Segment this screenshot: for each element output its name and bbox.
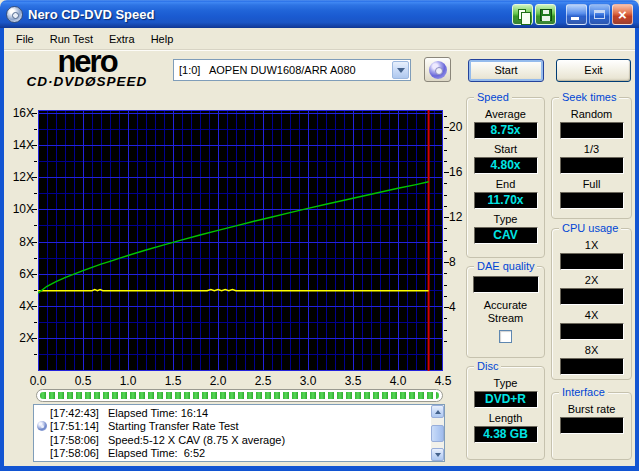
window-border-left	[0, 28, 4, 471]
interface-panel: Interface Burst rate	[551, 392, 632, 460]
y-axis-tick	[34, 354, 37, 355]
seek-times-1-3-value-box	[560, 157, 624, 174]
cpu-2x-label: 2X	[585, 274, 598, 287]
interface-panel-title: Interface	[559, 386, 608, 399]
y-axis-tick	[34, 322, 37, 323]
y-axis-tick	[32, 338, 37, 339]
dae-quality-value-box	[473, 276, 539, 293]
copy-button[interactable]	[512, 4, 533, 25]
right-axis-tick	[444, 116, 447, 117]
disc-status-icon	[37, 421, 47, 431]
x-axis-label: 4.5	[428, 374, 458, 388]
scroll-down-button[interactable]	[431, 448, 444, 461]
y-axis-label: 14X	[2, 138, 34, 152]
speed-average-label: Average	[485, 108, 526, 121]
seek-times-random-label: Random	[571, 108, 613, 121]
log-text: Elapsed Time: 16:14	[108, 407, 208, 419]
right-axis-tick	[444, 138, 447, 139]
nero-logo: nero CD·DVDØSPEED	[8, 49, 166, 89]
maximize-icon	[594, 10, 605, 19]
right-axis-tick	[444, 172, 449, 173]
chevron-down-icon	[397, 68, 405, 77]
right-axis-tick	[444, 150, 447, 151]
seek-times-panel: Seek times Random1/3Full	[551, 97, 632, 219]
cpu-4x-value-box	[560, 323, 624, 340]
right-axis-tick	[444, 341, 447, 342]
y-axis-tick	[34, 161, 37, 162]
window-border-right	[635, 28, 639, 471]
arrow-up-icon	[435, 407, 441, 414]
nero-logo-line1: nero	[8, 49, 166, 75]
y-axis-tick	[32, 177, 37, 178]
y-axis-tick	[32, 113, 37, 114]
app-window: Nero CD-DVD Speed × FileRun TestExtraHel…	[0, 0, 639, 471]
titlebar[interactable]: Nero CD-DVD Speed ×	[0, 0, 639, 28]
drive-select[interactable]: [1:0] AOPEN DUW1608/ARR A080	[173, 59, 411, 81]
seek-times-full-label: Full	[583, 178, 601, 191]
menu-item-help[interactable]: Help	[143, 31, 182, 47]
x-axis-label: 2.5	[248, 374, 278, 388]
save-button[interactable]	[535, 4, 556, 25]
y-axis-tick	[34, 290, 37, 291]
exit-button[interactable]: Exit	[556, 59, 631, 82]
y-axis-tick	[34, 258, 37, 259]
drive-select-arrow-button[interactable]	[392, 61, 409, 79]
seek-times-random-value-box	[560, 122, 624, 139]
right-axis-tick	[444, 195, 447, 196]
y-axis-label: 8X	[2, 235, 34, 249]
log-line: [17:58:06]Speed:5-12 X CAV (8.75 X avera…	[34, 433, 430, 447]
log-rows: [17:42:43]Elapsed Time: 16:14[17:51:14]S…	[34, 406, 430, 461]
y-axis-tick	[32, 306, 37, 307]
x-axis-label: 4.0	[383, 374, 413, 388]
log-line: [17:58:06]Elapsed Time: 6:52	[34, 447, 430, 461]
interface-burst-rate-label: Burst rate	[568, 403, 616, 416]
start-button[interactable]: Start	[468, 59, 544, 82]
right-axis-tick	[444, 240, 447, 241]
x-axis-label: 1.5	[158, 374, 188, 388]
log-scrollbar[interactable]	[431, 405, 444, 461]
x-axis-label: 3.5	[338, 374, 368, 388]
window-title: Nero CD-DVD Speed	[28, 7, 510, 22]
dae-quality-panel-title: DAE quality	[474, 260, 537, 273]
right-axis-tick	[444, 307, 449, 308]
log-line: [17:42:43]Elapsed Time: 16:14	[34, 406, 430, 420]
log-time: [17:58:06]	[50, 447, 99, 459]
speed-panel: Speed Average8.75xStart4.80xEnd11.70xTyp…	[466, 97, 545, 258]
seek-times-full-value-box	[560, 192, 624, 209]
y-axis-label: 2X	[2, 331, 34, 345]
disc-length-value-box: 4.38 GB	[474, 426, 538, 443]
cpu-8x-value-box	[560, 358, 624, 375]
log-text: Starting Transfer Rate Test	[108, 420, 239, 432]
accurate-stream-label: Accurate Stream	[475, 299, 537, 325]
right-axis-tick	[444, 296, 447, 297]
y-axis-label: 16X	[2, 106, 34, 120]
log-time: [17:58:06]	[50, 434, 99, 446]
scroll-up-button[interactable]	[431, 405, 444, 418]
cpu-usage-panel: CPU usage 1X2X4X8X	[551, 228, 632, 380]
speed-end-label: End	[496, 178, 516, 191]
seek-times-1-3-label: 1/3	[584, 143, 599, 156]
y-axis-tick	[32, 145, 37, 146]
right-axis-tick	[444, 273, 447, 274]
speed-type-label: Type	[494, 213, 518, 226]
interface-burst-rate-value-box	[560, 417, 624, 434]
menu-item-file[interactable]: File	[8, 31, 42, 47]
accurate-stream-checkbox[interactable]	[499, 330, 512, 343]
log-time: [17:42:43]	[50, 407, 99, 419]
right-axis-tick	[444, 251, 447, 252]
y-axis-tick	[32, 274, 37, 275]
disc-info-button[interactable]	[424, 57, 451, 82]
maximize-button[interactable]	[589, 4, 610, 25]
log-box[interactable]: [17:42:43]Elapsed Time: 16:14[17:51:14]S…	[33, 404, 445, 462]
minimize-button[interactable]	[566, 4, 587, 25]
drive-select-value: [1:0] AOPEN DUW1608/ARR A080	[174, 60, 391, 80]
y-axis-label: 4X	[2, 299, 34, 313]
cpu-8x-label: 8X	[585, 344, 598, 357]
right-axis-tick	[444, 330, 447, 331]
scroll-thumb[interactable]	[431, 425, 444, 442]
copy-icon	[518, 9, 526, 20]
save-icon	[540, 9, 552, 21]
x-axis-label: 3.0	[293, 374, 323, 388]
log-time: [17:51:14]	[50, 420, 99, 432]
close-button[interactable]: ×	[612, 4, 633, 25]
